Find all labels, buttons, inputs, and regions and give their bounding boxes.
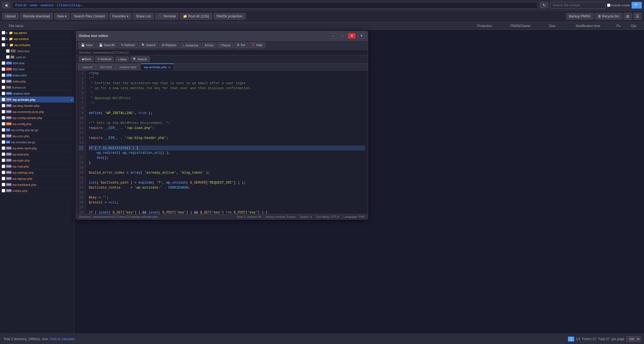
editor-collapse-button[interactable]: ▼ xyxy=(357,33,365,39)
file-tree-item-wp-comments[interactable]: PHP wp-comments-post.php xyxy=(0,109,74,115)
tab-502-html[interactable]: 502.html xyxy=(96,64,115,70)
file-checkbox[interactable] xyxy=(2,122,5,126)
file-tree-item-wp-login[interactable]: PHP wp-login.php xyxy=(0,157,74,163)
file-tree-item-wp-trackback[interactable]: PHP wp-trackback.php xyxy=(0,182,74,188)
file-tree-item-wp-admin[interactable]: ▶ 📁 wp-admin xyxy=(0,30,74,36)
back-button[interactable]: ◀ xyxy=(2,2,10,8)
editor-replace-button[interactable]: ⇄ Replace xyxy=(159,42,179,48)
file-tree-item-readme[interactable]: HTM readme.html xyxy=(0,91,74,97)
file-tree-item-wp-blog-header[interactable]: PHP wp-blog-header.php xyxy=(0,103,74,109)
file-checkbox[interactable] xyxy=(2,189,5,192)
tab-readme-html[interactable]: readme.html xyxy=(116,64,140,70)
breadcrumb-refresh[interactable]: ↻ xyxy=(540,2,548,8)
recycle-bin-button[interactable]: 🗑 Recycle bin xyxy=(595,13,622,20)
grid-view-button[interactable]: ⊞ xyxy=(624,13,632,20)
file-checkbox[interactable] xyxy=(2,171,5,174)
code-editor-area[interactable]: 1234567891011121314151617181920212223242… xyxy=(76,70,368,214)
editor-save-all-button[interactable]: 💾 Save All xyxy=(96,42,117,48)
file-tree-item-wp-settings[interactable]: PHP wp-settings.php xyxy=(0,170,74,176)
file-checkbox[interactable] xyxy=(2,177,5,180)
file-tree-item-wp-cron[interactable]: PHP wp-cron.php xyxy=(0,133,74,139)
editor-font-button[interactable]: A Font xyxy=(202,42,216,48)
file-checkbox[interactable] xyxy=(2,152,5,156)
file-checkbox[interactable] xyxy=(2,116,5,120)
file-tree-item-user-ini[interactable]: INI .user.ini xyxy=(0,54,74,60)
list-view-button[interactable]: ☰ xyxy=(633,13,642,20)
file-tree-item-wp-signup[interactable]: PHP wp-signup.php xyxy=(0,176,74,182)
file-checkbox[interactable] xyxy=(2,73,5,77)
click-calculate[interactable]: Click to calculate xyxy=(50,337,75,341)
per-page-select[interactable]: 100 50 200 xyxy=(626,336,641,342)
file-tree-item-502[interactable]: HTM 502.html xyxy=(0,66,74,72)
file-tree-item-wp-links[interactable]: PHP wp-links-opml.php xyxy=(0,145,74,151)
editor-help-button[interactable]: ❓ Help xyxy=(249,42,265,48)
breadcrumb-root[interactable]: Root dir xyxy=(15,3,27,7)
favorites-button[interactable]: Favorites ▾ xyxy=(109,13,132,20)
file-checkbox[interactable] xyxy=(2,110,5,113)
breadcrumb-domain[interactable]: 173.kern123.top xyxy=(57,3,81,7)
editor-nav-refresh[interactable]: ↻ Refresh xyxy=(95,56,114,62)
file-tree-item-index-php[interactable]: PHP index.php xyxy=(0,78,74,84)
file-tree-item-index-html[interactable]: HTM index.html xyxy=(0,72,74,78)
file-checkbox[interactable] xyxy=(2,31,5,35)
tab-user-ini[interactable]: .user.ini xyxy=(78,64,96,70)
editor-settings-button[interactable]: ⚙ Set xyxy=(234,42,248,48)
code-content[interactable]: <?php /** * Confirms that the activation… xyxy=(86,70,368,214)
search-content-input[interactable] xyxy=(550,2,605,9)
include-subdir-checkbox[interactable] xyxy=(607,4,610,7)
terminal-button[interactable]: ⬛ Terminal xyxy=(155,13,179,20)
file-checkbox[interactable] xyxy=(2,146,5,150)
file-checkbox[interactable] xyxy=(2,86,5,89)
file-checkbox[interactable] xyxy=(6,55,10,59)
new-button[interactable]: New ▾ xyxy=(54,13,69,20)
file-tree-item-wp-config-sample[interactable]: PHP wp-config-sample.php xyxy=(0,115,74,121)
file-tree-item-wp-includes[interactable]: ▼ 📁 wp-includes xyxy=(0,42,74,48)
breadcrumb-www[interactable]: www xyxy=(30,3,37,7)
file-tree-item-xmlrpc[interactable]: PHP xmlrpc.php xyxy=(0,188,74,194)
file-checkbox[interactable] xyxy=(2,92,5,95)
file-tree-item-wp-mail[interactable]: PHP wp-mail.php xyxy=(0,163,74,170)
file-tree-item-404[interactable]: HTM 404.html xyxy=(0,60,74,66)
file-checkbox[interactable] xyxy=(6,49,10,53)
search-files-content-button[interactable]: Search Files Content xyxy=(71,13,108,20)
editor-nav-new[interactable]: + New xyxy=(115,57,129,62)
editor-find-button[interactable]: 🔍 Search xyxy=(139,42,159,48)
backup-pmsn-button[interactable]: Backup PMSN xyxy=(566,13,594,20)
editor-save-button[interactable]: 💾 Save xyxy=(78,42,95,48)
file-checkbox[interactable] xyxy=(2,158,5,162)
upload-button[interactable]: Upload xyxy=(2,13,19,20)
editor-maximize-button[interactable]: □ xyxy=(339,33,346,39)
remote-download-button[interactable]: Remote download xyxy=(20,13,53,20)
share-list-button[interactable]: Share List xyxy=(133,13,154,20)
editor-nav-back[interactable]: ◀ Back xyxy=(79,56,94,62)
breadcrumb-wwwroot[interactable]: wwwroot xyxy=(41,3,53,7)
file-tree-item-wp-content[interactable]: ▶ 📁 wp-content xyxy=(0,36,74,42)
editor-jumpline-button[interactable]: ↕ JumpLine xyxy=(180,42,201,48)
editor-minimize-button[interactable]: ─ xyxy=(329,33,337,39)
search-content-button[interactable]: 🔍 xyxy=(632,2,642,9)
file-checkbox[interactable] xyxy=(2,67,5,71)
file-checkbox[interactable] xyxy=(2,165,5,168)
editor-close-button[interactable]: ✕ xyxy=(348,33,356,39)
file-checkbox[interactable] xyxy=(2,104,5,107)
file-dir-protection-button[interactable]: File/Dir protection xyxy=(214,13,246,20)
file-tree-item-wp-activate[interactable]: PHP wp-activate.php ◀ xyxy=(0,97,74,103)
file-checkbox[interactable] xyxy=(2,134,5,138)
file-checkbox[interactable] xyxy=(2,183,5,186)
file-tree-item-wp-load[interactable]: PHP wp-load.php xyxy=(0,151,74,157)
file-tree-item-htaccess[interactable]: TXT .htaccess xyxy=(0,48,74,54)
editor-nav-search[interactable]: 🔍 Search xyxy=(130,56,150,62)
file-tree-item-wp-includes-gz[interactable]: GZ wp-includes.tar.gz xyxy=(0,139,74,145)
file-tree-item-wp-config[interactable]: PHP wp-config.php xyxy=(0,121,74,127)
file-checkbox[interactable] xyxy=(2,43,5,47)
editor-theme-button[interactable]: i Theme xyxy=(217,42,234,48)
file-checkbox[interactable] xyxy=(2,37,5,41)
tab-wp-activate-php[interactable]: wp-activate.php ✕ xyxy=(140,63,174,70)
file-checkbox[interactable] xyxy=(2,140,5,144)
file-tree-item-license[interactable]: TXT license.txt xyxy=(0,84,74,91)
tab-close-icon[interactable]: ✕ xyxy=(168,66,170,69)
file-checkbox[interactable] xyxy=(2,61,5,65)
file-checkbox[interactable] xyxy=(2,98,5,101)
file-tree-item-wp-config-gz[interactable]: GZ wp-config.php.tar.gz xyxy=(0,127,74,133)
file-checkbox[interactable] xyxy=(2,80,5,83)
